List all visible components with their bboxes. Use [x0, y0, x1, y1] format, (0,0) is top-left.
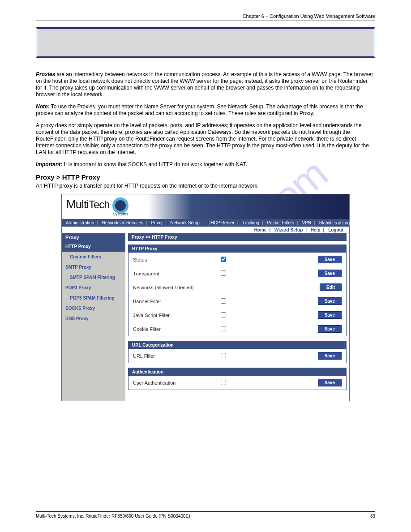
row-transparent: Transparent Save — [128, 266, 346, 280]
label-url-filter: URL Filter — [133, 353, 221, 359]
submenu-wizard-setup[interactable]: Wizard Setup — [273, 227, 304, 232]
intro-heading: Proxies — [36, 71, 55, 77]
menu-dhcp-server[interactable]: DHCP Server — [206, 220, 235, 225]
note-block-1: Note: To use the Proxies, you must enter… — [36, 103, 375, 117]
note-label-1: Note: — [36, 103, 50, 110]
checkbox-transparent[interactable] — [221, 270, 226, 276]
label-transparent: Transparent — [133, 271, 221, 276]
panel-http-proxy-heading: HTTP Proxy — [128, 245, 346, 253]
submenu-help[interactable]: Help — [309, 227, 322, 232]
screenshot: MultiTech Systems Administration| Networ… — [61, 194, 350, 401]
checkbox-javascript-filter[interactable] — [221, 312, 226, 317]
page: Chapter 6 – Configuration Using Web Mana… — [0, 0, 411, 532]
sidebar-item-smtp-proxy[interactable]: SMTP Proxy — [62, 262, 125, 272]
label-banner-filter: Banner Filter — [133, 299, 221, 304]
submenu-logout[interactable]: Logout — [327, 227, 345, 232]
row-cookie-filter: Cookie Filter Save — [128, 322, 346, 336]
panel-url-heading: URL Categorization — [128, 341, 346, 349]
panel-url-categorization: URL Categorization URL Filter Save — [128, 341, 347, 363]
main-menu: Administration| Networks & Services| Pro… — [62, 219, 349, 227]
screenshot-banner: MultiTech Systems — [62, 194, 349, 219]
sidebar-heading: Proxy — [62, 233, 125, 241]
label-cookie-filter: Cookie Filter — [133, 326, 221, 332]
footer-page-number: 83 — [370, 514, 375, 519]
note-text-1: To use the Proxies, you must enter the N… — [36, 103, 363, 116]
row-banner-filter: Banner Filter Save — [128, 294, 346, 308]
footer-rule — [36, 511, 375, 512]
brand-part1: Multi — [66, 197, 89, 211]
intro-paragraph: Proxies are an intermediary between netw… — [36, 71, 375, 98]
edit-button-networks[interactable]: Edit — [320, 283, 342, 291]
save-button-url-filter[interactable]: Save — [318, 352, 342, 360]
header-right: Chapter 6 – Configuration Using Web Mana… — [36, 13, 375, 19]
menu-proxy[interactable]: Proxy — [150, 220, 164, 225]
panel-authentication: Authentication User Authentication Save — [128, 368, 347, 390]
checkbox-cookie-filter[interactable] — [221, 326, 226, 331]
band-title: Proxy — [44, 32, 69, 43]
sub-menu: Home| Wizard Setup| Help| Logout — [62, 227, 349, 233]
panel-http-proxy: HTTP Proxy Status Save Transparent Save … — [128, 245, 347, 336]
brand-part2: Tech — [89, 198, 110, 210]
menu-networks-services[interactable]: Networks & Services — [101, 220, 145, 225]
page-footer: Multi-Tech Systems, Inc. RouteFinder RF8… — [36, 511, 375, 519]
save-button-banner[interactable]: Save — [318, 297, 342, 305]
brand-logo: MultiTech — [66, 197, 128, 211]
menu-tracking[interactable]: Tracking — [241, 220, 261, 225]
checkbox-url-filter[interactable] — [221, 353, 226, 358]
row-url-filter: URL Filter Save — [128, 349, 346, 363]
header-rule — [36, 21, 375, 21]
sub-section-title: Proxy > HTTP Proxy — [36, 173, 375, 181]
sub-section-text: An HTTP proxy is a transfer point for HT… — [36, 183, 375, 189]
footer-left: Multi-Tech Systems, Inc. RouteFinder RF8… — [36, 514, 190, 519]
save-button-transparent[interactable]: Save — [318, 270, 342, 277]
save-button-cookie[interactable]: Save — [318, 325, 342, 333]
label-networks: Networks (allowed / denied) — [133, 285, 221, 290]
sidebar-item-dns-proxy[interactable]: DNS Proxy — [62, 313, 125, 324]
label-user-auth: User Authentication — [133, 380, 221, 386]
panel-auth-heading: Authentication — [128, 368, 346, 376]
save-button-user-auth[interactable]: Save — [318, 379, 342, 386]
row-status: Status Save — [128, 253, 346, 266]
menu-administration[interactable]: Administration — [64, 220, 95, 225]
menu-statistics-logs[interactable]: Statistics & Logs — [317, 220, 353, 225]
row-javascript-filter: Java Script Filter Save — [128, 308, 346, 322]
label-status: Status — [133, 257, 221, 262]
sidebar-item-http-proxy[interactable]: HTTP Proxy — [62, 241, 125, 252]
intro-text: are an intermediary between networks in … — [36, 71, 373, 98]
sidebar-item-custom-filters[interactable]: Custom Filters — [62, 252, 125, 262]
sidebar-item-socks-proxy[interactable]: SOCKS Proxy — [62, 303, 125, 313]
note-label-2: Important: — [36, 161, 62, 167]
section-band: Proxy — [36, 27, 375, 58]
save-button-status[interactable]: Save — [318, 256, 342, 263]
note-block-2: Important: It is important to know that … — [36, 161, 375, 168]
brand-systems: Systems — [66, 212, 128, 216]
menu-packet-filters[interactable]: Packet Filters — [265, 220, 295, 225]
sidebar-item-smtp-spam[interactable]: SMTP SPAM Filtering — [62, 272, 125, 283]
screenshot-body: Proxy HTTP Proxy Custom Filters SMTP Pro… — [62, 233, 349, 401]
checkbox-status[interactable] — [221, 257, 226, 262]
menu-network-setup[interactable]: Network Setup — [169, 220, 201, 225]
sidebar-item-pop3-proxy[interactable]: POP3 Proxy — [62, 283, 125, 293]
row-networks: Networks (allowed / denied) Edit — [128, 280, 346, 294]
main-content: Proxy >> HTTP Proxy HTTP Proxy Status Sa… — [125, 233, 349, 401]
sidebar-item-pop3-spam[interactable]: POP3 SPAM Filtering — [62, 293, 125, 303]
logo-circle-icon — [112, 197, 128, 214]
submenu-home[interactable]: Home — [253, 227, 268, 232]
breadcrumb: Proxy >> HTTP Proxy — [128, 233, 347, 241]
save-button-javascript[interactable]: Save — [318, 311, 342, 319]
row-user-auth: User Authentication Save — [128, 376, 346, 390]
paragraph-1: A proxy does not simply operate on the l… — [36, 122, 375, 156]
note-text-2: It is important to know that SOCKS and H… — [62, 161, 247, 167]
sidebar: Proxy HTTP Proxy Custom Filters SMTP Pro… — [62, 233, 125, 401]
checkbox-banner-filter[interactable] — [221, 298, 226, 304]
label-javascript-filter: Java Script Filter — [133, 313, 221, 318]
menu-vpn[interactable]: VPN — [300, 220, 313, 225]
checkbox-user-auth[interactable] — [221, 380, 226, 385]
